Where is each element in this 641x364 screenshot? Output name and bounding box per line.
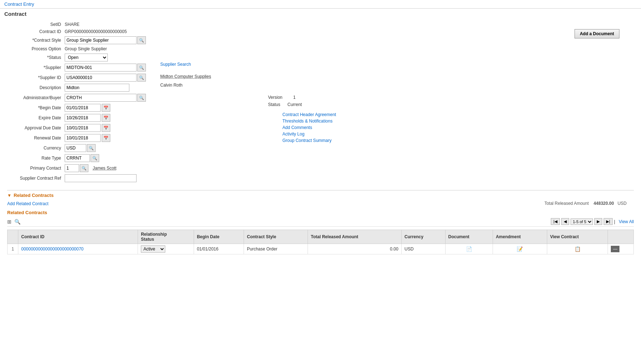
admin-buyer-label: Administrator/Buyer xyxy=(7,95,65,100)
col-relationship-status: RelationshipStatus xyxy=(138,230,194,244)
supplier-contract-ref-row: Supplier Contract Ref xyxy=(7,174,146,182)
next-page-btn[interactable]: ▶ xyxy=(594,218,602,225)
renewal-date-input[interactable] xyxy=(65,134,101,142)
amendment-cell[interactable]: 📝 xyxy=(493,244,547,254)
thresholds-notifications-link[interactable]: Thresholds & Notifications xyxy=(282,119,634,124)
approval-due-date-field: 📅 xyxy=(65,124,110,132)
contract-style-label: *Contract Style xyxy=(7,38,65,43)
activity-log-link[interactable]: Activity Log xyxy=(282,132,634,137)
remove-row-btn[interactable]: — xyxy=(611,246,619,252)
col-begin-date: Begin Date xyxy=(194,230,244,244)
primary-contact-row: Primary Contact 🔍 James Scott xyxy=(7,164,146,172)
contract-links: Contract Header Agreement Thresholds & N… xyxy=(282,112,634,143)
admin-buyer-search-btn[interactable]: 🔍 xyxy=(137,94,146,102)
document-icon[interactable]: 📄 xyxy=(466,246,472,252)
total-released-bar: Total Released Amount 448320.00 USD xyxy=(544,201,627,206)
supplier-id-input[interactable] xyxy=(65,74,137,82)
page-title: Contract xyxy=(0,9,641,18)
group-contract-summary-link[interactable]: Group Contract Summary xyxy=(282,138,634,143)
rate-type-search-btn[interactable]: 🔍 xyxy=(91,154,99,162)
amendment-icon[interactable]: 📝 xyxy=(517,246,523,252)
supplier-search-btn[interactable]: 🔍 xyxy=(137,64,146,72)
status-row: *Status Open Closed Cancelled xyxy=(7,54,146,61)
approval-due-date-input[interactable] xyxy=(65,124,101,132)
col-view-contract: View Contract xyxy=(547,230,608,244)
remove-cell[interactable]: — xyxy=(608,244,634,254)
contract-style-search-btn[interactable]: 🔍 xyxy=(137,36,146,44)
admin-buyer-row: Administrator/Buyer 🔍 xyxy=(7,94,146,102)
last-page-btn[interactable]: ▶| xyxy=(604,218,613,225)
begin-date-row: *Begin Date 📅 xyxy=(7,104,146,112)
view-contract-icon[interactable]: 📋 xyxy=(575,246,581,252)
status-label: *Status xyxy=(7,55,65,60)
table-toolbar-bar: ⊞ 🔍 |◀ ◀ 1-5 of 5 ▶ ▶| | View All xyxy=(7,217,634,228)
currency-label: Currency xyxy=(7,146,65,151)
expire-date-calendar-btn[interactable]: 📅 xyxy=(102,114,110,122)
expire-date-field: 📅 xyxy=(65,114,110,122)
view-contract-cell[interactable]: 📋 xyxy=(547,244,608,254)
relationship-status-select[interactable]: Active Inactive xyxy=(141,245,165,253)
supplier-contract-ref-input[interactable] xyxy=(65,174,137,182)
contract-style-row: *Contract Style 🔍 xyxy=(7,36,146,44)
rate-type-input[interactable] xyxy=(65,154,90,162)
process-option-label: Process Option xyxy=(7,46,65,51)
contract-id-value: GRP0000000000000000000005 xyxy=(65,29,127,34)
breadcrumb-link[interactable]: Contract Entry xyxy=(4,1,34,7)
supplier-id-search-btn[interactable]: 🔍 xyxy=(137,74,146,82)
description-input[interactable] xyxy=(65,84,129,92)
contract-style-cell: Purchase Order xyxy=(244,244,308,254)
begin-date-calendar-btn[interactable]: 📅 xyxy=(102,104,110,112)
supplier-id-label: *Supplier ID xyxy=(7,75,65,80)
contract-id-label: Contract ID xyxy=(7,29,65,34)
first-page-btn[interactable]: |◀ xyxy=(551,218,560,225)
grid-icon[interactable]: ⊞ xyxy=(7,219,11,225)
currency-search-btn[interactable]: 🔍 xyxy=(87,144,96,152)
primary-contact-input[interactable] xyxy=(65,164,79,172)
supplier-id-row: *Supplier ID 🔍 xyxy=(7,74,146,82)
separator: | xyxy=(614,219,615,224)
table-search-icon[interactable]: 🔍 xyxy=(14,219,20,225)
add-comments-link[interactable]: Add Comments xyxy=(282,125,634,130)
rate-type-label: Rate Type xyxy=(7,156,65,161)
supplier-name: Midton Computer Supplies xyxy=(160,74,634,79)
approval-due-date-calendar-btn[interactable]: 📅 xyxy=(102,124,110,132)
add-related-contract-link[interactable]: Add Related Contract xyxy=(7,201,49,206)
supplier-input[interactable] xyxy=(65,64,137,72)
prev-page-btn[interactable]: ◀ xyxy=(561,218,569,225)
currency-input[interactable] xyxy=(65,144,86,152)
total-released-amount: 448320.00 xyxy=(594,201,614,206)
status-select[interactable]: Open Closed Cancelled xyxy=(65,54,108,61)
page-select[interactable]: 1-5 of 5 xyxy=(571,218,593,225)
setid-label: SetID xyxy=(7,22,65,27)
currency-field: 🔍 xyxy=(65,144,96,152)
supplier-row: *Supplier 🔍 xyxy=(7,64,146,72)
relationship-status-cell[interactable]: Active Inactive xyxy=(138,244,194,254)
contract-id-link[interactable]: 00000000000000000000000070 xyxy=(21,246,84,252)
begin-date-input[interactable] xyxy=(65,104,101,112)
view-all-link[interactable]: View All xyxy=(619,219,634,224)
expire-date-input[interactable] xyxy=(65,114,101,122)
primary-contact-name: James Scott xyxy=(93,166,116,171)
total-released-currency: USD xyxy=(618,201,627,206)
admin-buyer-field: 🔍 xyxy=(65,94,146,102)
currency-row: Currency 🔍 xyxy=(7,144,146,152)
col-amendment: Amendment xyxy=(493,230,547,244)
contract-style-input[interactable] xyxy=(65,36,137,44)
admin-buyer-input[interactable] xyxy=(65,94,137,102)
col-document: Document xyxy=(445,230,493,244)
total-released-label: Total Released Amount xyxy=(544,201,589,206)
supplier-search-link[interactable]: Supplier Search xyxy=(160,62,191,67)
primary-contact-search-btn[interactable]: 🔍 xyxy=(80,164,88,172)
contract-header-agreement-link[interactable]: Contract Header Agreement xyxy=(282,112,634,117)
related-contracts-header: ▼ Related Contracts xyxy=(7,193,634,198)
add-document-button[interactable]: Add a Document xyxy=(575,29,619,38)
related-contracts-section: ▼ Related Contracts Add Related Contract… xyxy=(7,190,634,254)
primary-contact-field: 🔍 James Scott xyxy=(65,164,116,172)
collapse-icon[interactable]: ▼ xyxy=(7,193,11,198)
supplier-field: 🔍 xyxy=(65,64,146,72)
search-icon: 🔍 xyxy=(89,146,94,151)
renewal-date-calendar-btn[interactable]: 📅 xyxy=(102,134,110,142)
document-cell[interactable]: 📄 xyxy=(445,244,493,254)
pagination-bar: |◀ ◀ 1-5 of 5 ▶ ▶| | View All xyxy=(551,218,634,225)
related-contracts-title[interactable]: Related Contracts xyxy=(14,193,54,198)
